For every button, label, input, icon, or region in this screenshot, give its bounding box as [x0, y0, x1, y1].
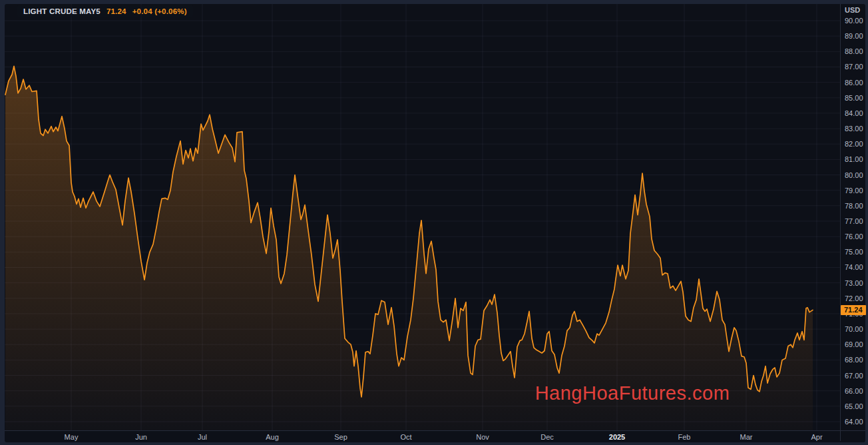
price-chart-canvas[interactable]	[0, 0, 868, 445]
price-axis-label: 85.00	[845, 93, 867, 103]
price-axis-label: 89.00	[845, 31, 867, 41]
price-axis-label: 88.00	[845, 47, 867, 56]
time-axis-label-2025: 2025	[609, 433, 625, 441]
price-axis-label: 73.00	[845, 278, 867, 288]
symbol-title[interactable]: LIGHT CRUDE MAY5	[23, 7, 101, 15]
price-axis-label: 82.00	[845, 139, 867, 149]
price-axis-label: 69.00	[845, 340, 867, 349]
trading-chart-window: LIGHT CRUDE MAY5 71.24 +0.04 (+0.06%) Ha…	[0, 0, 868, 445]
time-axis-label-feb: Feb	[678, 433, 691, 441]
watermark: HangHoaFutures.com	[535, 382, 730, 404]
price-axis-label: 70.00	[845, 324, 867, 334]
time-axis-label-jul: Jul	[198, 433, 207, 441]
price-axis-label: 68.00	[845, 355, 867, 364]
time-axis-label-apr: Apr	[811, 433, 822, 441]
currency-unit-label[interactable]: USD	[845, 6, 860, 14]
time-axis-label-may: May	[65, 433, 79, 441]
time-axis-label-sep: Sep	[334, 433, 347, 441]
time-axis-label-oct: Oct	[400, 433, 411, 441]
price-axis-label: 67.00	[845, 371, 867, 380]
time-axis-label-mar: Mar	[740, 433, 753, 441]
price-axis-label: 75.00	[845, 247, 867, 256]
price-axis-label: 77.00	[845, 217, 867, 226]
price-axis-label: 66.00	[845, 386, 867, 396]
price-axis-label: 78.00	[845, 201, 867, 211]
price-axis-label: 86.00	[845, 78, 867, 87]
time-axis-label-nov: Nov	[476, 433, 489, 441]
price-axis-label: 90.00	[845, 16, 867, 25]
price-axis-label: 80.00	[845, 171, 867, 180]
legend-change: +0.04 (+0.06%)	[132, 7, 187, 15]
price-axis-label: 72.00	[845, 294, 867, 303]
price-axis-label: 79.00	[845, 186, 867, 195]
price-axis-label: 64.00	[845, 417, 867, 426]
last-price-tag: 71.24	[841, 305, 866, 315]
price-axis-border	[840, 4, 841, 441]
time-axis-label-aug: Aug	[266, 433, 279, 441]
price-axis-label: 87.00	[845, 62, 867, 71]
legend-last-price: 71.24	[107, 7, 126, 15]
price-axis-label: 81.00	[845, 155, 867, 164]
price-axis-label: 74.00	[845, 262, 867, 272]
price-axis-label: 83.00	[845, 124, 867, 133]
time-axis-label-jun: Jun	[135, 433, 147, 441]
time-axis-border	[5, 430, 865, 431]
price-axis-label: 76.00	[845, 232, 867, 241]
time-axis-label-dec: Dec	[541, 433, 554, 441]
price-axis-label: 84.00	[845, 109, 867, 118]
symbol-legend[interactable]: LIGHT CRUDE MAY5 71.24 +0.04 (+0.06%)	[17, 5, 193, 17]
price-axis-label: 65.00	[845, 402, 867, 411]
